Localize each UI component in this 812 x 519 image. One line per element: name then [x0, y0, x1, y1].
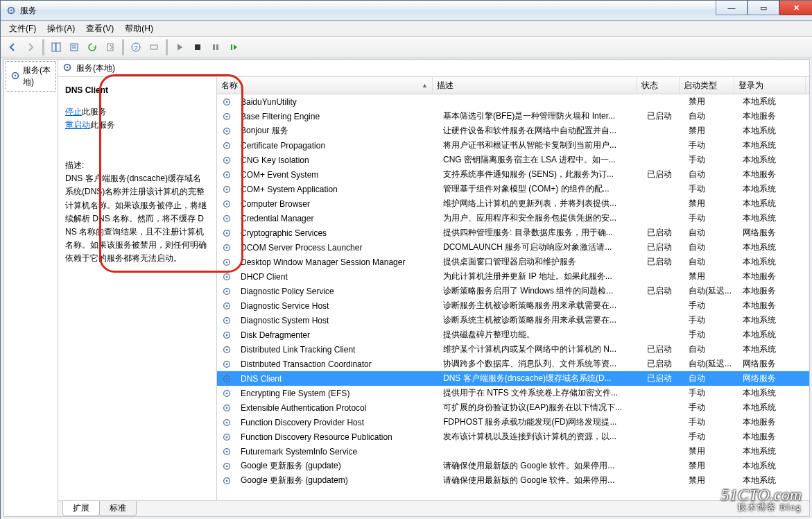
back-button[interactable] [4, 39, 21, 56]
table-row[interactable]: Google 更新服务 (gupdatem)请确保使用最新版的 Google 软… [217, 473, 809, 488]
svg-point-48 [226, 305, 228, 307]
menu-file[interactable]: 文件(F) [3, 22, 42, 36]
svg-point-34 [226, 203, 228, 205]
table-row[interactable]: COM+ System Application管理基于组件对象模型 (COM+)… [217, 182, 809, 196]
view-tabs: 扩展 标准 [58, 500, 809, 516]
refresh-button[interactable] [84, 39, 101, 56]
export-button[interactable] [102, 39, 119, 56]
cell-startup: 禁用 [684, 475, 738, 486]
window-title: 服务 [20, 5, 37, 17]
menu-action[interactable]: 操作(A) [42, 22, 80, 36]
maximize-button[interactable]: ▭ [748, 1, 779, 15]
table-row[interactable]: Base Filtering Engine基本筛选引擎(BFE)是一种管理防火墙… [217, 109, 809, 124]
table-row[interactable]: Futuremark SystemInfo Service禁用本地系统 [217, 444, 809, 459]
detail-title: DNS Client [65, 84, 209, 97]
svg-point-30 [226, 173, 228, 176]
cell-startup: 自动 [684, 110, 738, 122]
table-row[interactable]: Distributed Link Tracking Client维护某个计算机内… [217, 342, 809, 357]
table-row[interactable]: BaiduYunUtility禁用本地系统 [217, 94, 809, 109]
svg-point-72 [226, 479, 228, 482]
tree-pane[interactable]: 服务(本地) [4, 60, 58, 516]
table-row[interactable]: COM+ Event System支持系统事件通知服务 (SENS)，此服务为订… [217, 167, 809, 182]
cell-logon: 本地系统 [738, 212, 809, 224]
cell-desc: 诊断策略服务启用了 Windows 组件的问题检... [439, 285, 643, 297]
cell-name: Futuremark SystemInfo Service [236, 447, 439, 457]
table-row[interactable]: Certificate Propagation将用户证书和根证书从智能卡复制到当… [217, 138, 809, 153]
pause-button[interactable] [207, 39, 224, 56]
table-row[interactable]: Cryptographic Services提供四种管理服务: 目录数据库服务，… [217, 226, 809, 240]
svg-point-54 [226, 348, 228, 350]
restart-button[interactable] [225, 39, 242, 56]
col-name[interactable]: 名称▲ [217, 77, 433, 94]
cell-startup: 手动 [684, 139, 738, 151]
gear-icon [217, 257, 236, 267]
col-status[interactable]: 状态 [637, 77, 680, 94]
content-pane: 服务(本地) DNS Client 停止此服务 重启动此服务 描述: DNS 客… [58, 60, 809, 516]
gear-icon [217, 359, 236, 369]
service-rows[interactable]: BaiduYunUtility禁用本地系统Base Filtering Engi… [217, 94, 809, 500]
cell-name: Base Filtering Engine [236, 112, 439, 121]
svg-text:?: ? [134, 44, 137, 51]
table-row[interactable]: DNS ClientDNS 客户端服务(dnscache)缓存域名系统(D...… [217, 371, 809, 386]
table-row[interactable]: Encrypting File System (EFS)提供用于在 NTFS 文… [217, 386, 809, 400]
table-row[interactable]: Diagnostic Service Host诊断服务主机被诊断策略服务用来承载… [217, 298, 809, 313]
table-row[interactable]: CNG Key IsolationCNG 密钥隔离服务宿主在 LSA 进程中。如… [217, 153, 809, 167]
cell-name: Certificate Propagation [236, 141, 439, 151]
svg-point-46 [226, 290, 228, 292]
show-tree-button[interactable] [48, 39, 64, 56]
table-row[interactable]: DCOM Server Process LauncherDCOMLAUNCH 服… [217, 240, 809, 255]
cell-logon: 本地服务 [738, 300, 809, 312]
cell-name: Diagnostic Policy Service [236, 287, 439, 296]
table-row[interactable]: Disk Defragmenter提供磁盘碎片整理功能。手动本地系统 [217, 327, 809, 342]
minimize-button[interactable]: — [716, 1, 748, 15]
forward-button[interactable] [22, 39, 39, 56]
gear-icon [217, 287, 236, 296]
table-row[interactable]: Function Discovery Provider HostFDPHOST … [217, 415, 809, 429]
menubar: 文件(F) 操作(A) 查看(V) 帮助(H) [1, 21, 812, 36]
table-row[interactable]: Function Discovery Resource Publication发… [217, 429, 809, 444]
svg-point-52 [226, 334, 228, 336]
titlebar[interactable]: 服务 — ▭ ✕ [1, 1, 812, 21]
gear-icon [217, 97, 236, 107]
table-row[interactable]: Google 更新服务 (gupdate)请确保使用最新版的 Google 软件… [217, 459, 809, 473]
close-button[interactable]: ✕ [779, 1, 812, 15]
col-desc[interactable]: 描述 [433, 77, 637, 94]
separator [166, 39, 168, 56]
cell-logon: 本地服务 [738, 110, 809, 122]
svg-point-62 [226, 407, 228, 409]
cell-startup: 自动 [684, 343, 738, 355]
tab-extended[interactable]: 扩展 [62, 501, 100, 516]
cell-status: 已启动 [643, 256, 684, 268]
menu-help[interactable]: 帮助(H) [119, 22, 159, 36]
cell-startup: 手动 [684, 154, 738, 166]
cell-startup: 禁用 [684, 445, 738, 457]
stop-button[interactable] [189, 39, 206, 56]
help-button[interactable]: ? [128, 39, 144, 56]
cell-name: Extensible Authentication Protocol [236, 403, 439, 413]
menu-view[interactable]: 查看(V) [80, 22, 119, 36]
gear-icon [217, 301, 236, 311]
col-startup[interactable]: 启动类型 [680, 77, 734, 94]
table-row[interactable]: Credential Manager为用户、应用程序和安全服务包提供凭据的安..… [217, 211, 809, 226]
table-row[interactable]: Diagnostic Policy Service诊断策略服务启用了 Windo… [217, 284, 809, 298]
col-logon[interactable]: 登录为 [734, 77, 806, 94]
table-row[interactable]: Bonjour 服务让硬件设备和软件服务在网络中自动配置并自...禁用本地系统 [217, 124, 809, 138]
table-row[interactable]: DHCP Client为此计算机注册并更新 IP 地址。如果此服务...禁用本地… [217, 269, 809, 284]
table-row[interactable]: Desktop Window Manager Session Manager提供… [217, 255, 809, 269]
misc-button[interactable] [146, 39, 162, 56]
cell-name: Computer Browser [236, 199, 439, 209]
table-row[interactable]: Distributed Transaction Coordinator协调跨多个… [217, 357, 809, 371]
restart-service-link[interactable]: 重启动 [65, 120, 90, 130]
properties-button[interactable] [66, 39, 83, 56]
start-button[interactable] [171, 39, 188, 56]
table-row[interactable]: Computer Browser维护网络上计算机的更新列表，并将列表提供...禁… [217, 196, 809, 211]
table-row[interactable]: Extensible Authentication Protocol可扩展的身份… [217, 400, 809, 415]
tree-root-services[interactable]: 服务(本地) [6, 61, 56, 92]
svg-point-44 [226, 275, 228, 278]
cell-logon: 本地系统 [738, 343, 809, 355]
stop-service-link[interactable]: 停止 [65, 107, 82, 117]
cell-desc: 管理基于组件对象模型 (COM+) 的组件的配... [439, 183, 643, 195]
tab-standard[interactable]: 标准 [99, 501, 137, 516]
table-row[interactable]: Diagnostic System Host诊断系统主机被诊断策略服务用来承载需… [217, 313, 809, 327]
cell-status: 已启动 [643, 343, 684, 355]
